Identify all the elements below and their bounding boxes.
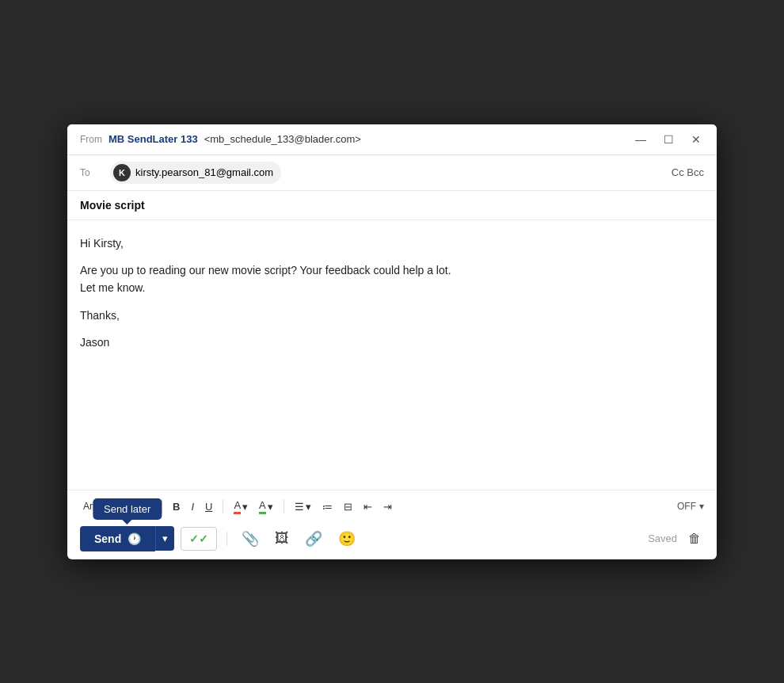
sender-name: MB SendLater 133 xyxy=(108,133,198,145)
saved-text: Saved xyxy=(648,532,677,544)
separator-2 xyxy=(223,499,223,513)
emoji-icon: 🙂 xyxy=(338,531,356,547)
trash-icon: 🗑 xyxy=(688,532,701,545)
separator-3 xyxy=(284,499,284,513)
sender-email: <mb_schedule_133@blader.com> xyxy=(204,133,361,145)
avatar: K xyxy=(113,164,131,181)
body-greeting: Hi Kirsty, xyxy=(80,235,704,252)
underline-button[interactable]: U xyxy=(201,498,216,515)
image-icon: 🖼 xyxy=(275,530,289,546)
clock-icon: 🕐 xyxy=(127,532,141,545)
image-button[interactable]: 🖼 xyxy=(270,527,294,550)
send-button[interactable]: Send 🕐 xyxy=(80,526,155,551)
highlight-label: A xyxy=(259,499,266,514)
toolbar-area: Arial ▾ B I U A ▾ A ▾ ☰ ▾ ≔ ⊟ ⇤ xyxy=(67,490,717,559)
link-icon: 🔗 xyxy=(305,531,322,547)
indent-increase-button[interactable]: ⇥ xyxy=(379,498,396,515)
body-content: Are you up to reading our new movie scri… xyxy=(80,261,704,297)
format-toolbar: Arial ▾ B I U A ▾ A ▾ ☰ ▾ ≔ ⊟ ⇤ xyxy=(80,497,704,521)
indent-decrease-button[interactable]: ⇤ xyxy=(360,498,376,515)
recipient-email: kirsty.pearson_81@gmail.com xyxy=(135,166,273,178)
highlight-arrow: ▾ xyxy=(268,501,273,513)
subject-row: Movie script xyxy=(67,191,717,220)
emoji-button[interactable]: 🙂 xyxy=(333,527,360,551)
action-toolbar: Send later Send 🕐 ▾ ✓✓ 📎 🖼 xyxy=(80,521,704,559)
separator-4 xyxy=(226,532,227,546)
checkmark-icon: ✓✓ xyxy=(189,532,208,545)
to-label: To xyxy=(80,167,102,178)
font-selector[interactable]: Arial xyxy=(80,499,105,513)
align-arrow: ▾ xyxy=(306,501,311,513)
attach-button[interactable]: 📎 xyxy=(237,527,264,551)
separator-1 xyxy=(162,499,162,513)
send-dropdown-button[interactable]: ▾ xyxy=(155,526,174,551)
body-thanks: Thanks, xyxy=(80,307,704,324)
to-row: To K kirsty.pearson_81@gmail.com Cc Bcc xyxy=(67,155,717,191)
unordered-list-button[interactable]: ⊟ xyxy=(340,498,356,515)
title-bar: From MB SendLater 133 <mb_schedule_133@b… xyxy=(67,124,717,155)
body-signature: Jason xyxy=(80,334,704,351)
from-label: From xyxy=(80,134,102,145)
bold-button[interactable]: B xyxy=(169,498,184,515)
font-size-input[interactable] xyxy=(108,499,139,513)
send-group: Send 🕐 ▾ xyxy=(80,526,174,551)
italic-button[interactable]: I xyxy=(187,498,198,515)
cc-bcc-button[interactable]: Cc Bcc xyxy=(672,166,704,178)
off-label: OFF xyxy=(677,501,696,512)
attach-icon: 📎 xyxy=(242,531,259,547)
compose-window: From MB SendLater 133 <mb_schedule_133@b… xyxy=(67,124,717,559)
minimize-button[interactable]: — xyxy=(632,132,649,147)
off-toggle[interactable]: OFF ▾ xyxy=(677,501,704,512)
checkmark-button[interactable]: ✓✓ xyxy=(181,527,217,551)
title-bar-left: From MB SendLater 133 <mb_schedule_133@b… xyxy=(80,133,361,145)
email-body[interactable]: Hi Kirsty, Are you up to reading our new… xyxy=(67,220,717,490)
font-color-label: A xyxy=(234,499,241,514)
subject-text: Movie script xyxy=(80,199,145,212)
recipient-chip[interactable]: K kirsty.pearson_81@gmail.com xyxy=(110,162,281,184)
align-icon: ☰ xyxy=(295,501,304,513)
align-button[interactable]: ☰ ▾ xyxy=(291,498,315,515)
off-arrow: ▾ xyxy=(699,501,704,512)
delete-button[interactable]: 🗑 xyxy=(685,528,704,549)
font-color-button[interactable]: A ▾ xyxy=(230,497,252,517)
saved-status: Saved 🗑 xyxy=(648,528,704,549)
close-button[interactable]: ✕ xyxy=(688,132,704,147)
dropdown-arrow-fontsize[interactable]: ▾ xyxy=(142,498,155,515)
maximize-button[interactable]: ☐ xyxy=(660,132,677,147)
link-button[interactable]: 🔗 xyxy=(300,527,327,551)
send-group-wrapper: Send later Send 🕐 ▾ xyxy=(80,526,174,551)
ordered-list-button[interactable]: ≔ xyxy=(318,498,337,515)
window-controls: — ☐ ✕ xyxy=(632,132,704,147)
highlight-button[interactable]: A ▾ xyxy=(255,497,277,517)
font-color-arrow: ▾ xyxy=(242,501,248,513)
